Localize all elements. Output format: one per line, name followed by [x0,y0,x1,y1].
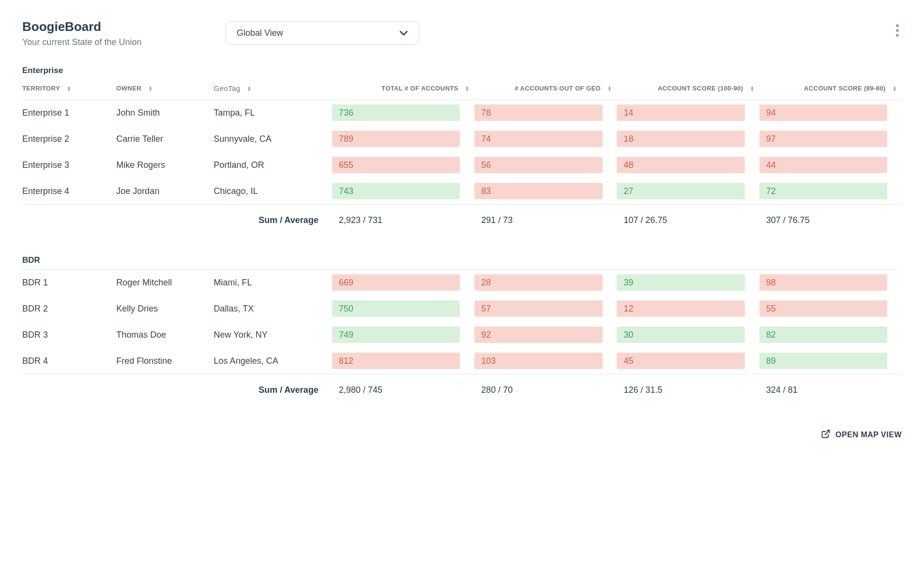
cell-score-89-80: 72 [759,183,887,199]
table-row[interactable]: Enterprise 1John SmithTampa, FL736781494 [22,100,902,126]
summary-s2: 307 / 76.75 [759,205,902,237]
cell-total-accounts: 749 [332,327,460,343]
summary-total: 2,980 / 745 [332,374,474,406]
col-owner[interactable]: OWNER▲▼ [116,79,213,100]
sort-icon: ▲▼ [247,86,252,91]
cell-score-100-90: 48 [617,157,744,173]
view-selector-label: Global View [237,28,283,38]
summary-label: Sum / Average [214,374,332,406]
table-row[interactable]: BDR 4Fred FlonstineLos Angeles, CA812103… [22,348,902,374]
sort-icon: ▲▼ [607,86,612,91]
cell-owner: Thomas Doe [116,322,213,348]
col-geotag[interactable]: GeoTag▲▼ [214,79,332,100]
cell-total-accounts: 789 [332,131,460,147]
cell-owner: Kelly Dries [116,296,213,322]
section-title-enterprise: Enterprise [22,66,902,75]
more-options-button[interactable] [893,21,902,40]
col-score-89-80[interactable]: ACCOUNT SCORE (89-80)▲▼ [759,79,902,100]
cell-score-100-90: 30 [617,327,744,343]
bdr-table: BDR 1Roger MitchellMiami, FL669283998BDR… [22,269,902,406]
cell-score-100-90: 14 [617,104,744,121]
summary-label: Sum / Average [214,205,332,237]
cell-total-accounts: 812 [332,353,460,369]
cell-territory: Enterprise 4 [22,178,116,205]
cell-geo: Tampa, FL [214,100,332,126]
table-row[interactable]: BDR 2Kelly DriesDallas, TX750571255 [22,296,902,322]
sort-icon: ▲▼ [893,86,897,91]
summary-out: 280 / 70 [474,374,617,406]
cell-owner: Joe Jordan [116,178,213,205]
cell-score-100-90: 27 [617,183,744,199]
cell-score-100-90: 39 [617,274,744,291]
cell-owner: Fred Flonstine [116,348,213,374]
cell-total-accounts: 743 [332,183,460,199]
col-territory[interactable]: TERRITORY▲▼ [22,79,116,100]
col-out-of-geo[interactable]: # ACCOUNTS OUT OF GEO▲▼ [474,79,617,100]
summary-out: 291 / 73 [474,205,617,237]
open-map-view-button[interactable]: OPEN MAP VIEW [821,429,902,441]
sort-icon: ▲▼ [750,86,754,91]
cell-territory: Enterprise 1 [22,100,116,126]
table-row[interactable]: BDR 1Roger MitchellMiami, FL669283998 [22,269,902,296]
dot-icon [896,24,899,27]
summary-total: 2,923 / 731 [332,205,474,237]
summary-row: Sum / Average 2,923 / 731 291 / 73 107 /… [22,205,902,237]
cell-score-100-90: 12 [617,300,744,317]
cell-out-of-geo: 83 [474,183,602,199]
cell-geo: Portland, OR [214,152,332,178]
page-subtitle: Your current State of the Union [22,37,226,47]
cell-owner: John Smith [116,100,213,126]
cell-territory: Enterprise 2 [22,126,116,152]
svg-line-0 [825,431,829,435]
summary-s1: 126 / 31.5 [617,374,759,406]
cell-geo: Dallas, TX [214,296,332,322]
cell-score-89-80: 94 [759,104,887,121]
sort-icon: ▲▼ [465,86,470,91]
cell-territory: BDR 3 [22,322,116,348]
cell-owner: Mike Rogers [116,152,213,178]
cell-owner: Roger Mitchell [116,269,213,296]
cell-geo: Miami, FL [214,269,332,296]
table-row[interactable]: Enterprise 3Mike RogersPortland, OR65556… [22,152,902,178]
cell-out-of-geo: 57 [474,300,602,317]
sort-icon: ▲▼ [148,86,152,91]
cell-out-of-geo: 103 [474,353,602,369]
col-score-100-90[interactable]: ACCOUNT SCORE (100-90)▲▼ [617,79,759,100]
summary-row: Sum / Average 2,980 / 745 280 / 70 126 /… [22,374,902,406]
cell-total-accounts: 669 [332,274,460,291]
cell-territory: Enterprise 3 [22,152,116,178]
cell-score-89-80: 44 [759,157,887,173]
cell-geo: Chicago, IL [214,178,332,205]
cell-total-accounts: 750 [332,300,460,317]
cell-out-of-geo: 74 [474,131,602,147]
cell-score-100-90: 18 [617,131,744,147]
cell-geo: Los Angeles, CA [214,348,332,374]
cell-score-89-80: 82 [759,327,887,343]
col-total-accounts[interactable]: TOTAL # OF ACCOUNTS▲▼ [332,79,474,100]
cell-territory: BDR 2 [22,296,116,322]
summary-s1: 107 / 26.75 [617,205,759,237]
summary-s2: 324 / 81 [759,374,902,406]
cell-score-89-80: 98 [759,274,887,291]
table-row[interactable]: Enterprise 2Carrie TellerSunnyvale, CA78… [22,126,902,152]
open-map-view-label: OPEN MAP VIEW [835,431,902,439]
enterprise-table: TERRITORY▲▼ OWNER▲▼ GeoTag▲▼ TOTAL # OF … [22,79,902,236]
table-row[interactable]: Enterprise 4Joe JordanChicago, IL7438327… [22,178,902,205]
cell-out-of-geo: 56 [474,157,602,173]
view-selector[interactable]: Global View [226,21,419,45]
cell-total-accounts: 736 [332,104,460,121]
section-title-bdr: BDR [22,255,902,265]
cell-out-of-geo: 78 [474,104,602,121]
table-row[interactable]: BDR 3Thomas DoeNew York, NY749923082 [22,322,902,348]
dot-icon [896,34,899,37]
chevron-down-icon [399,28,408,39]
cell-score-89-80: 97 [759,131,887,147]
cell-territory: BDR 1 [22,269,116,296]
cell-geo: Sunnyvale, CA [214,126,332,152]
cell-score-89-80: 55 [759,300,887,317]
cell-total-accounts: 655 [332,157,460,173]
cell-out-of-geo: 28 [474,274,602,291]
cell-out-of-geo: 92 [474,327,602,343]
page-title: BoogieBoard [22,19,226,34]
cell-geo: New York, NY [214,322,332,348]
